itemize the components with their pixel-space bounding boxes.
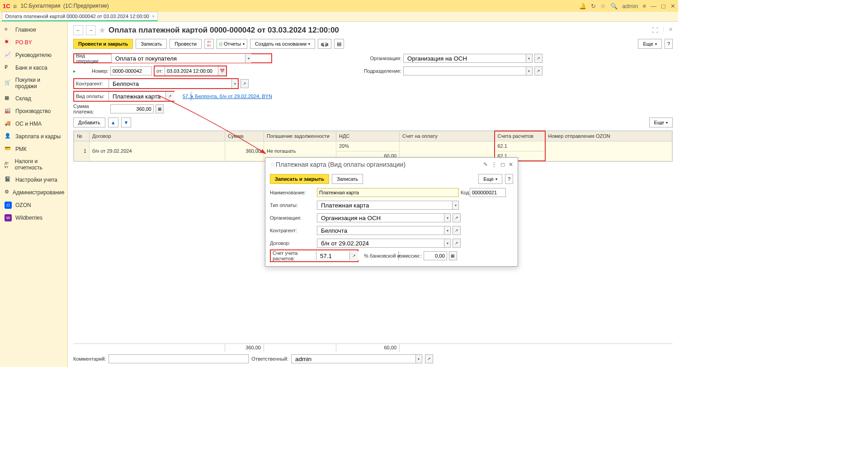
post-button[interactable]: Провести <box>170 39 202 49</box>
hamburger-icon[interactable]: ≡ <box>13 2 17 10</box>
settings-icon[interactable]: ≡ <box>642 3 646 9</box>
cell-acc1[interactable]: 62.1 <box>495 141 545 151</box>
dlg-commission-input[interactable] <box>424 251 447 260</box>
pay-type-open[interactable]: ↗ <box>165 92 174 101</box>
op-type-dropdown[interactable]: ▾ <box>245 54 251 63</box>
bell-icon[interactable]: 🔔 <box>579 3 586 9</box>
cell-nds-pct[interactable]: 20% <box>336 141 400 151</box>
table-row[interactable]: 1 б/н от 29.02.2024 360,00 Не погашать 2… <box>74 141 672 151</box>
dlg-contr-open[interactable]: ↗ <box>453 226 461 235</box>
list-button[interactable]: ▤ <box>334 39 344 49</box>
cell-sum[interactable]: 360,00 <box>225 141 264 161</box>
sum-input[interactable] <box>110 104 154 113</box>
save-button[interactable]: Записать <box>136 39 167 49</box>
pay-type-input[interactable] <box>111 92 191 101</box>
cell-dogovor[interactable]: б/н от 29.02.2024 <box>90 141 225 161</box>
dlg-dogovor-open[interactable]: ↗ <box>453 239 461 248</box>
user-label[interactable]: admin <box>622 3 638 9</box>
date-input[interactable] <box>165 66 218 75</box>
close-icon[interactable]: ✕ <box>670 3 675 9</box>
division-dropdown[interactable]: ▾ <box>526 67 532 75</box>
comment-input[interactable] <box>108 354 249 363</box>
dlg-detach-icon[interactable]: ◻ <box>500 161 505 168</box>
create-based-button[interactable]: Создать на основании <box>250 39 315 49</box>
division-open[interactable]: ↗ <box>534 66 542 75</box>
sidebar-item-poby[interactable]: ✱PO.BY <box>0 36 67 49</box>
sidebar-item-rmk[interactable]: 💳РМК <box>0 143 67 155</box>
favorite-star-icon[interactable]: ★ <box>99 25 106 35</box>
search-icon[interactable]: 🔍 <box>610 3 618 9</box>
dlg-menu-icon[interactable]: ⋮ <box>491 161 497 168</box>
contragent-input[interactable] <box>111 79 231 88</box>
dlg-dogovor-input[interactable] <box>319 239 444 247</box>
dlg-help-button[interactable]: ? <box>505 174 513 184</box>
dlg-commission-calc[interactable]: ▦ <box>449 251 457 260</box>
sidebar-item-ozon[interactable]: OOZON <box>0 199 67 212</box>
tab-close-icon[interactable]: × <box>152 14 155 19</box>
link-icon[interactable]: ⛶ <box>652 27 658 34</box>
reports-button[interactable]: ⎙ Отчеты <box>217 39 247 49</box>
col-dogovor[interactable]: Договор <box>90 131 225 141</box>
contragent-dropdown[interactable]: ▾ <box>231 79 238 88</box>
responsible-dropdown[interactable]: ▾ <box>415 355 422 363</box>
number-input[interactable] <box>110 66 152 75</box>
dlg-contr-input[interactable] <box>319 226 444 235</box>
sidebar-item-admin[interactable]: ⚙Администрирование <box>0 186 67 199</box>
grid-more-button[interactable]: Еще <box>649 118 673 127</box>
dlg-link-icon[interactable]: ✎ <box>483 161 488 168</box>
division-input[interactable] <box>406 67 526 75</box>
dlg-star-icon[interactable]: ☆ <box>270 160 276 169</box>
sidebar-item-main[interactable]: ≡Главное <box>0 24 67 36</box>
col-ozon[interactable]: Номер отправления OZON <box>545 131 672 141</box>
responsible-open[interactable]: ↗ <box>425 354 433 363</box>
org-open[interactable]: ↗ <box>534 54 542 63</box>
dlg-org-open[interactable]: ↗ <box>453 213 461 222</box>
post-and-close-button[interactable]: Провести и закрыть <box>73 39 133 49</box>
org-dropdown[interactable]: ▾ <box>526 54 532 62</box>
calendar-icon[interactable]: 📅 <box>218 66 226 75</box>
sidebar-item-trade[interactable]: 🛒Покупки и продажи <box>0 74 67 92</box>
dlg-org-dropdown[interactable]: ▾ <box>444 214 450 222</box>
nav-forward[interactable]: → <box>86 25 96 35</box>
history-icon[interactable]: ↻ <box>591 3 596 9</box>
star-icon[interactable]: ☆ <box>600 3 606 9</box>
sidebar-item-settings[interactable]: 📓Настройки учета <box>0 174 67 186</box>
contract-link[interactable]: 57.1, Белпочта, б/н от 29.02.2024, BYN <box>183 94 272 99</box>
help-button[interactable]: ? <box>665 39 673 49</box>
dlg-paytype-dropdown[interactable]: ▾ <box>452 201 458 209</box>
dlg-contr-dropdown[interactable]: ▾ <box>444 226 450 235</box>
cell-ozon[interactable] <box>545 141 672 161</box>
col-nds[interactable]: НДС <box>336 131 400 141</box>
nav-back[interactable]: ← <box>73 25 83 35</box>
close-page-icon[interactable]: ✕ <box>669 27 673 34</box>
dlg-code-input[interactable] <box>470 188 506 197</box>
sidebar-item-stock[interactable]: ▦Склад <box>0 92 67 105</box>
minimize-icon[interactable]: — <box>651 3 656 9</box>
dtkt-button[interactable]: АтКт <box>204 39 214 49</box>
more-button[interactable]: Еще <box>638 39 661 49</box>
add-row-button[interactable]: Добавить <box>73 118 105 127</box>
move-down-button[interactable]: ▼ <box>121 118 132 127</box>
col-repay[interactable]: Погашение задолженности <box>264 131 336 141</box>
menu-dots-icon[interactable]: ⋮ <box>661 27 666 34</box>
op-type-input[interactable] <box>113 54 245 63</box>
col-num[interactable]: № <box>74 131 90 141</box>
sidebar-item-hr[interactable]: 👤Зарплата и кадры <box>0 130 67 143</box>
dlg-more-button[interactable]: Еще <box>478 174 502 184</box>
sidebar-item-wb[interactable]: WWildberries <box>0 212 67 224</box>
sidebar-item-bank[interactable]: ₽Банк и касса <box>0 61 67 74</box>
dlg-dogovor-dropdown[interactable]: ▾ <box>444 239 450 247</box>
col-sum[interactable]: Сумма <box>225 131 264 141</box>
document-tab[interactable]: Оплата платежной картой 0000-000042 от 0… <box>2 12 158 21</box>
dlg-name-input[interactable] <box>317 188 459 197</box>
dlg-save-close-button[interactable]: Записать и закрыть <box>270 174 329 184</box>
sidebar-item-production[interactable]: 🏭Производство <box>0 105 67 118</box>
org-input[interactable] <box>406 54 526 62</box>
col-accounts[interactable]: Счета расчетов <box>495 131 545 141</box>
dlg-org-input[interactable] <box>319 214 444 222</box>
col-invoice[interactable]: Счет на оплату <box>400 131 495 141</box>
sidebar-item-tax[interactable]: ДтКтНалоги и отчетность <box>0 155 67 174</box>
sum-calc-icon[interactable]: ▦ <box>156 104 164 113</box>
sidebar-item-assets[interactable]: 🚚ОС и НМА <box>0 118 67 130</box>
move-up-button[interactable]: ▲ <box>108 118 118 127</box>
